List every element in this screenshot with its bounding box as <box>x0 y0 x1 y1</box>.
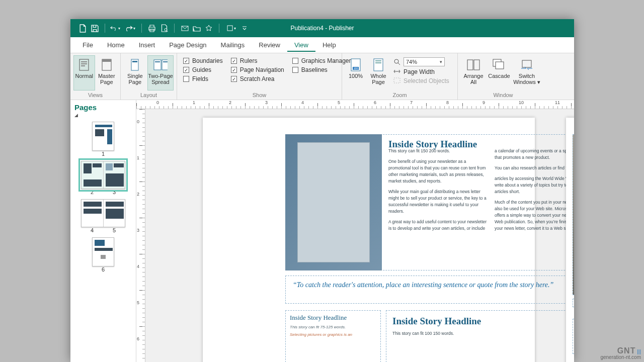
svg-rect-8 <box>102 59 111 62</box>
svg-rect-4 <box>81 61 87 62</box>
group-window: Arrange All Cascade Switch Windows ▾ Win… <box>458 53 548 100</box>
title-bar: ▾ ▾ ▾ Publication4 - Publisher <box>70 19 574 37</box>
window-title: Publication4 - Publisher <box>290 25 354 32</box>
page-thumb-1[interactable] <box>92 122 114 151</box>
print-preview-icon[interactable] <box>159 23 169 33</box>
story-frame-2a[interactable]: Inside Story Headline This story can fit… <box>285 310 381 362</box>
group-zoom-label: Zoom <box>342 91 457 100</box>
tab-file[interactable]: File <box>75 38 100 52</box>
normal-view-label: Normal <box>75 73 93 79</box>
svg-rect-22 <box>394 78 400 83</box>
menu-bar: File Home Insert Page Design Mailings Re… <box>70 37 574 53</box>
tab-mailings[interactable]: Mailings <box>214 38 252 52</box>
page-left: Inside Story Headline This story can fit… <box>203 118 535 362</box>
selected-objects-icon <box>393 77 400 84</box>
story-image-right[interactable] <box>573 134 574 295</box>
zoom-combo[interactable]: 74% <box>404 57 445 66</box>
group-views: Normal Master Page Views <box>70 53 121 100</box>
document-canvas[interactable]: Inside Story Headline This story can fit… <box>145 109 574 362</box>
open-icon[interactable] <box>192 23 202 33</box>
single-page-button[interactable]: Single Page <box>124 55 146 90</box>
separator <box>141 24 142 33</box>
tab-help[interactable]: Help <box>315 38 343 52</box>
page-width-button[interactable]: Page Width <box>393 68 449 75</box>
svg-point-21 <box>394 59 398 63</box>
collapse-icon[interactable]: ◢ <box>74 113 136 118</box>
pull-quote[interactable]: “To catch the reader's attention, place … <box>285 276 574 304</box>
whole-page-button[interactable]: Whole Page <box>367 55 389 90</box>
save-icon[interactable] <box>90 23 100 33</box>
master-page-button[interactable]: Master Page <box>96 55 118 90</box>
page-number-6: 6 <box>92 266 114 273</box>
page-navigation-checkbox[interactable]: ✓Page Navigation <box>231 66 284 73</box>
image-caption[interactable]: Caption describing picture or gra <box>573 299 574 307</box>
touch-mode-icon[interactable]: ▾ <box>224 23 237 33</box>
master-page-icon <box>100 58 114 72</box>
app-window: ▾ ▾ ▾ Publication4 - Publisher File Home… <box>70 19 574 362</box>
new-file-icon[interactable] <box>77 23 88 33</box>
arrange-all-icon <box>466 58 480 72</box>
whole-page-label: Whole Page <box>368 73 389 85</box>
fields-checkbox[interactable]: Fields <box>183 75 223 82</box>
svg-text:100: 100 <box>354 67 358 70</box>
story-frame-right[interactable]: Inside Story Hea This story can fit 150 … <box>573 319 574 354</box>
switch-windows-button[interactable]: Switch Windows ▾ <box>512 55 541 90</box>
svg-rect-6 <box>81 65 85 66</box>
group-layout: Single Page Two-Page Spread Layout <box>121 53 177 100</box>
ribbon-view: Normal Master Page Views Single Page Two… <box>70 53 574 100</box>
two-page-spread-button[interactable]: Two-Page Spread <box>147 55 174 90</box>
print-icon[interactable] <box>147 23 157 33</box>
svg-rect-5 <box>81 63 87 64</box>
page-100-icon: 100 <box>349 58 363 72</box>
tab-insert[interactable]: Insert <box>132 38 163 52</box>
two-page-spread-label: Two-Page Spread <box>148 73 173 85</box>
rulers-checkbox[interactable]: ✓Rulers <box>231 57 284 64</box>
svg-rect-27 <box>522 60 531 67</box>
tab-home[interactable]: Home <box>100 38 132 52</box>
story-body-1[interactable]: This story can fit 150 200 words. One be… <box>388 148 574 234</box>
redo-icon[interactable]: ▾ <box>122 23 136 33</box>
svg-rect-24 <box>474 60 479 70</box>
magnifier-icon <box>393 58 400 65</box>
favorite-icon[interactable] <box>204 23 214 33</box>
story-image-1[interactable] <box>285 134 382 270</box>
undo-icon[interactable]: ▾ <box>110 23 120 33</box>
tab-review[interactable]: Review <box>252 38 287 52</box>
page-width-icon <box>393 68 400 75</box>
arrange-all-label: Arrange All <box>461 73 486 85</box>
whole-page-icon <box>371 58 385 72</box>
ruler-vertical[interactable]: 0123456 <box>136 109 145 362</box>
ruler-horizontal[interactable]: 01234567891011 <box>136 100 574 109</box>
page-number-5: 5 <box>113 227 116 233</box>
arrange-all-button[interactable]: Arrange All <box>461 55 486 90</box>
cascade-button[interactable]: Cascade <box>487 55 511 90</box>
scratch-area-checkbox[interactable]: ✓Scratch Area <box>231 75 284 82</box>
page-number-1: 1 <box>92 151 114 157</box>
tab-view[interactable]: View <box>287 38 315 52</box>
tab-page-design[interactable]: Page Design <box>162 38 213 52</box>
pages-panel: Pages ◢ 1 <box>70 100 136 362</box>
zoom-100-label: 100% <box>349 73 363 79</box>
svg-rect-2 <box>227 26 232 31</box>
guides-checkbox[interactable]: ✓Guides <box>183 66 223 73</box>
page-thumb-6[interactable] <box>92 237 114 266</box>
normal-view-button[interactable]: Normal <box>73 55 95 90</box>
svg-rect-26 <box>496 62 504 69</box>
boundaries-checkbox[interactable]: ✓Boundaries <box>183 57 223 64</box>
group-zoom: 100 100% Whole Page 74% Page Width <box>342 53 458 100</box>
cascade-icon <box>492 58 506 72</box>
page-thumb-4-5[interactable] <box>81 199 125 227</box>
svg-rect-14 <box>163 61 168 62</box>
svg-rect-10 <box>132 61 137 62</box>
two-page-spread-icon <box>153 58 168 72</box>
page-thumb-2-3[interactable] <box>81 161 125 189</box>
send-email-icon[interactable] <box>180 23 190 33</box>
zoom-100-button[interactable]: 100 100% <box>345 55 366 90</box>
switch-windows-icon <box>520 58 534 72</box>
customize-qat-icon[interactable] <box>239 23 250 33</box>
svg-rect-3 <box>79 59 89 70</box>
story-frame-2b[interactable]: Inside Story Headline This story can fit… <box>386 310 574 362</box>
master-page-label: Master Page <box>97 73 117 85</box>
separator <box>105 24 105 33</box>
group-window-label: Window <box>458 91 548 100</box>
